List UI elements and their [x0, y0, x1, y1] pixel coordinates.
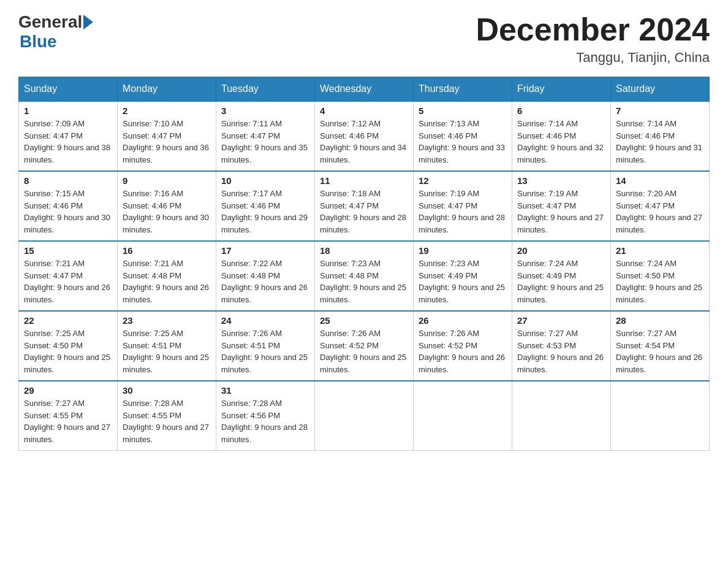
day-info: Sunrise: 7:10 AMSunset: 4:47 PMDaylight:… [123, 118, 211, 166]
day-number: 28 [616, 315, 704, 326]
calendar-week-1: 1 Sunrise: 7:09 AMSunset: 4:47 PMDayligh… [19, 101, 710, 171]
table-row: 30 Sunrise: 7:28 AMSunset: 4:55 PMDaylig… [118, 381, 216, 451]
header-wednesday: Wednesday [315, 77, 414, 102]
calendar-table: SundayMondayTuesdayWednesdayThursdayFrid… [18, 77, 710, 451]
day-number: 13 [517, 175, 605, 186]
calendar-week-3: 15 Sunrise: 7:21 AMSunset: 4:47 PMDaylig… [19, 241, 710, 311]
day-number: 27 [517, 315, 605, 326]
day-number: 23 [123, 315, 211, 326]
day-number: 4 [320, 105, 408, 116]
day-info: Sunrise: 7:14 AMSunset: 4:46 PMDaylight:… [517, 118, 605, 166]
table-row: 27 Sunrise: 7:27 AMSunset: 4:53 PMDaylig… [512, 311, 611, 381]
table-row: 18 Sunrise: 7:23 AMSunset: 4:48 PMDaylig… [315, 241, 414, 311]
logo-triangle-icon [83, 15, 93, 29]
day-info: Sunrise: 7:26 AMSunset: 4:52 PMDaylight:… [419, 327, 507, 375]
day-number: 25 [320, 315, 408, 326]
day-number: 21 [616, 245, 704, 256]
table-row: 19 Sunrise: 7:23 AMSunset: 4:49 PMDaylig… [414, 241, 512, 311]
day-info: Sunrise: 7:19 AMSunset: 4:47 PMDaylight:… [419, 188, 507, 236]
day-number: 8 [24, 175, 112, 186]
day-number: 26 [419, 315, 507, 326]
logo-general: General [18, 12, 82, 32]
day-info: Sunrise: 7:19 AMSunset: 4:47 PMDaylight:… [517, 188, 605, 236]
day-info: Sunrise: 7:17 AMSunset: 4:46 PMDaylight:… [221, 188, 309, 236]
day-info: Sunrise: 7:21 AMSunset: 4:48 PMDaylight:… [123, 258, 211, 305]
header-tuesday: Tuesday [216, 77, 315, 102]
header-sunday: Sunday [19, 77, 118, 102]
table-row: 28 Sunrise: 7:27 AMSunset: 4:54 PMDaylig… [611, 311, 710, 381]
day-info: Sunrise: 7:27 AMSunset: 4:53 PMDaylight:… [517, 327, 605, 375]
day-info: Sunrise: 7:22 AMSunset: 4:48 PMDaylight:… [221, 258, 309, 305]
day-number: 11 [320, 175, 408, 186]
day-info: Sunrise: 7:18 AMSunset: 4:47 PMDaylight:… [320, 188, 408, 236]
day-info: Sunrise: 7:26 AMSunset: 4:52 PMDaylight:… [320, 327, 408, 375]
table-row: 3 Sunrise: 7:11 AMSunset: 4:47 PMDayligh… [216, 101, 315, 171]
day-number: 20 [517, 245, 605, 256]
calendar-week-4: 22 Sunrise: 7:25 AMSunset: 4:50 PMDaylig… [19, 311, 710, 381]
table-row: 17 Sunrise: 7:22 AMSunset: 4:48 PMDaylig… [216, 241, 315, 311]
day-info: Sunrise: 7:13 AMSunset: 4:46 PMDaylight:… [419, 118, 507, 166]
day-info: Sunrise: 7:12 AMSunset: 4:46 PMDaylight:… [320, 118, 408, 166]
day-number: 12 [419, 175, 507, 186]
day-number: 22 [24, 315, 112, 326]
day-number: 31 [221, 385, 309, 396]
title-area: December 2024 Tanggu, Tianjin, China [476, 12, 710, 66]
day-number: 10 [221, 175, 309, 186]
day-number: 2 [123, 105, 211, 116]
day-info: Sunrise: 7:26 AMSunset: 4:51 PMDaylight:… [221, 327, 309, 375]
day-info: Sunrise: 7:21 AMSunset: 4:47 PMDaylight:… [24, 258, 112, 305]
table-row: 20 Sunrise: 7:24 AMSunset: 4:49 PMDaylig… [512, 241, 611, 311]
day-info: Sunrise: 7:14 AMSunset: 4:46 PMDaylight:… [616, 118, 704, 166]
table-row: 25 Sunrise: 7:26 AMSunset: 4:52 PMDaylig… [315, 311, 414, 381]
table-row [611, 381, 710, 451]
table-row: 7 Sunrise: 7:14 AMSunset: 4:46 PMDayligh… [611, 101, 710, 171]
table-row: 24 Sunrise: 7:26 AMSunset: 4:51 PMDaylig… [216, 311, 315, 381]
day-number: 24 [221, 315, 309, 326]
day-number: 7 [616, 105, 704, 116]
table-row: 1 Sunrise: 7:09 AMSunset: 4:47 PMDayligh… [19, 101, 118, 171]
day-number: 9 [123, 175, 211, 186]
day-info: Sunrise: 7:23 AMSunset: 4:48 PMDaylight:… [320, 258, 408, 305]
day-number: 17 [221, 245, 309, 256]
header-monday: Monday [118, 77, 216, 102]
table-row: 31 Sunrise: 7:28 AMSunset: 4:56 PMDaylig… [216, 381, 315, 451]
table-row: 6 Sunrise: 7:14 AMSunset: 4:46 PMDayligh… [512, 101, 611, 171]
day-info: Sunrise: 7:28 AMSunset: 4:55 PMDaylight:… [123, 397, 211, 445]
day-number: 19 [419, 245, 507, 256]
table-row: 29 Sunrise: 7:27 AMSunset: 4:55 PMDaylig… [19, 381, 118, 451]
day-info: Sunrise: 7:20 AMSunset: 4:47 PMDaylight:… [616, 188, 704, 236]
table-row: 22 Sunrise: 7:25 AMSunset: 4:50 PMDaylig… [19, 311, 118, 381]
day-number: 1 [24, 105, 112, 116]
header-friday: Friday [512, 77, 611, 102]
day-info: Sunrise: 7:16 AMSunset: 4:46 PMDaylight:… [123, 188, 211, 236]
calendar-week-5: 29 Sunrise: 7:27 AMSunset: 4:55 PMDaylig… [19, 381, 710, 451]
page-subtitle: Tanggu, Tianjin, China [476, 50, 710, 66]
table-row: 14 Sunrise: 7:20 AMSunset: 4:47 PMDaylig… [611, 171, 710, 241]
table-row: 23 Sunrise: 7:25 AMSunset: 4:51 PMDaylig… [118, 311, 216, 381]
header-thursday: Thursday [414, 77, 512, 102]
day-number: 15 [24, 245, 112, 256]
day-number: 29 [24, 385, 112, 396]
table-row: 4 Sunrise: 7:12 AMSunset: 4:46 PMDayligh… [315, 101, 414, 171]
day-number: 3 [221, 105, 309, 116]
header-saturday: Saturday [611, 77, 710, 102]
table-row [315, 381, 414, 451]
table-row: 21 Sunrise: 7:24 AMSunset: 4:50 PMDaylig… [611, 241, 710, 311]
day-info: Sunrise: 7:25 AMSunset: 4:51 PMDaylight:… [123, 327, 211, 375]
logo: General Blue [18, 12, 95, 52]
day-info: Sunrise: 7:24 AMSunset: 4:50 PMDaylight:… [616, 258, 704, 305]
table-row: 10 Sunrise: 7:17 AMSunset: 4:46 PMDaylig… [216, 171, 315, 241]
table-row: 5 Sunrise: 7:13 AMSunset: 4:46 PMDayligh… [414, 101, 512, 171]
day-number: 30 [123, 385, 211, 396]
day-info: Sunrise: 7:27 AMSunset: 4:55 PMDaylight:… [24, 397, 112, 445]
calendar-header-row: SundayMondayTuesdayWednesdayThursdayFrid… [19, 77, 710, 102]
page-header: General Blue December 2024 Tanggu, Tianj… [18, 12, 710, 66]
calendar-week-2: 8 Sunrise: 7:15 AMSunset: 4:46 PMDayligh… [19, 171, 710, 241]
table-row [512, 381, 611, 451]
day-info: Sunrise: 7:24 AMSunset: 4:49 PMDaylight:… [517, 258, 605, 305]
day-number: 18 [320, 245, 408, 256]
day-number: 14 [616, 175, 704, 186]
day-info: Sunrise: 7:28 AMSunset: 4:56 PMDaylight:… [221, 397, 309, 445]
table-row [414, 381, 512, 451]
day-number: 5 [419, 105, 507, 116]
